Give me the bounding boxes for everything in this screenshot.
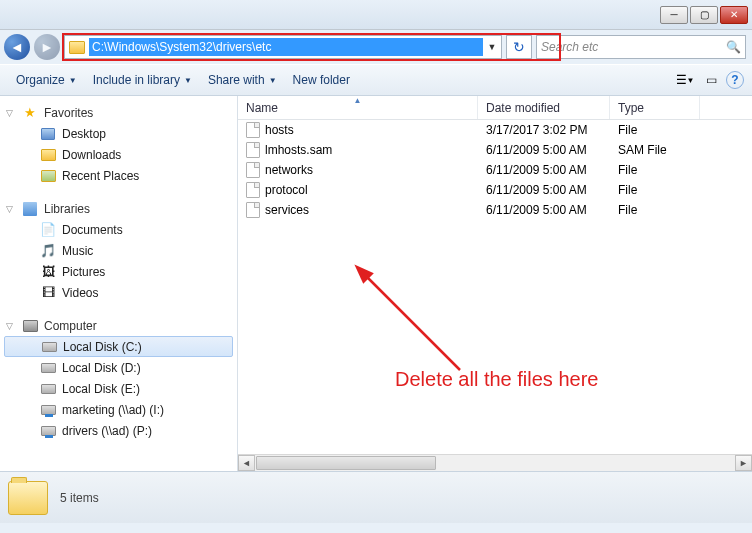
file-row[interactable]: protocol 6/11/2009 5:00 AM File	[238, 180, 752, 200]
sidebar-item-drivers[interactable]: drivers (\\ad) (P:)	[0, 420, 237, 441]
sidebar-item-music[interactable]: 🎵Music	[0, 240, 237, 261]
scroll-left-button[interactable]: ◄	[238, 455, 255, 471]
scrollbar-thumb[interactable]	[256, 456, 436, 470]
sidebar-item-documents[interactable]: 📄Documents	[0, 219, 237, 240]
search-icon: 🔍	[726, 40, 741, 54]
sidebar-item-computer[interactable]: ▽Computer	[0, 315, 237, 336]
toolbar: Organize▼ Include in library▼ Share with…	[0, 64, 752, 96]
share-with-button[interactable]: Share with▼	[200, 69, 285, 91]
address-path[interactable]: C:\Windows\System32\drivers\etc	[89, 38, 483, 56]
horizontal-scrollbar[interactable]: ◄ ►	[238, 454, 752, 471]
file-icon	[246, 142, 260, 158]
status-bar: 5 items	[0, 471, 752, 523]
file-type: SAM File	[610, 143, 700, 157]
maximize-button[interactable]: ▢	[690, 6, 718, 24]
file-date: 6/11/2009 5:00 AM	[478, 183, 610, 197]
column-header-date[interactable]: Date modified	[478, 96, 610, 119]
close-button[interactable]: ✕	[720, 6, 748, 24]
file-type: File	[610, 163, 700, 177]
sidebar-item-local-e[interactable]: Local Disk (E:)	[0, 378, 237, 399]
file-row[interactable]: services 6/11/2009 5:00 AM File	[238, 200, 752, 220]
file-name: hosts	[265, 123, 294, 137]
file-type: File	[610, 183, 700, 197]
navigation-pane: ▽★Favorites Desktop Downloads Recent Pla…	[0, 96, 238, 471]
file-row[interactable]: lmhosts.sam 6/11/2009 5:00 AM SAM File	[238, 140, 752, 160]
file-type: File	[610, 123, 700, 137]
file-icon	[246, 122, 260, 138]
main-area: ▽★Favorites Desktop Downloads Recent Pla…	[0, 96, 752, 471]
file-row[interactable]: networks 6/11/2009 5:00 AM File	[238, 160, 752, 180]
search-placeholder: Search etc	[541, 40, 598, 54]
minimize-button[interactable]: ─	[660, 6, 688, 24]
sidebar-item-videos[interactable]: 🎞Videos	[0, 282, 237, 303]
sidebar-item-favorites[interactable]: ▽★Favorites	[0, 102, 237, 123]
sidebar-item-local-c[interactable]: Local Disk (C:)	[4, 336, 233, 357]
organize-button[interactable]: Organize▼	[8, 69, 85, 91]
sidebar-item-desktop[interactable]: Desktop	[0, 123, 237, 144]
file-list-pane: Name▲ Date modified Type hosts 3/17/2017…	[238, 96, 752, 471]
folder-icon	[8, 481, 48, 515]
file-date: 6/11/2009 5:00 AM	[478, 203, 610, 217]
file-icon	[246, 162, 260, 178]
column-header-name[interactable]: Name▲	[238, 96, 478, 119]
column-header-row: Name▲ Date modified Type	[238, 96, 752, 120]
view-options-button[interactable]: ☰ ▼	[674, 70, 696, 90]
column-header-type[interactable]: Type	[610, 96, 700, 119]
file-name: networks	[265, 163, 313, 177]
file-icon	[246, 202, 260, 218]
address-bar[interactable]: C:\Windows\System32\drivers\etc ▼	[64, 35, 502, 59]
titlebar: ─ ▢ ✕	[0, 0, 752, 30]
file-date: 3/17/2017 3:02 PM	[478, 123, 610, 137]
sidebar-item-local-d[interactable]: Local Disk (D:)	[0, 357, 237, 378]
navigation-bar: ◄ ► C:\Windows\System32\drivers\etc ▼ ↻ …	[0, 30, 752, 64]
include-library-button[interactable]: Include in library▼	[85, 69, 200, 91]
search-input[interactable]: Search etc 🔍	[536, 35, 746, 59]
folder-icon	[69, 41, 85, 54]
file-row[interactable]: hosts 3/17/2017 3:02 PM File	[238, 120, 752, 140]
refresh-button[interactable]: ↻	[506, 35, 532, 59]
file-type: File	[610, 203, 700, 217]
file-name: protocol	[265, 183, 308, 197]
forward-button[interactable]: ►	[34, 34, 60, 60]
new-folder-button[interactable]: New folder	[285, 69, 358, 91]
file-date: 6/11/2009 5:00 AM	[478, 163, 610, 177]
status-text: 5 items	[60, 491, 99, 505]
address-dropdown-icon[interactable]: ▼	[483, 42, 501, 52]
preview-pane-button[interactable]: ▭	[700, 70, 722, 90]
back-button[interactable]: ◄	[4, 34, 30, 60]
sidebar-item-downloads[interactable]: Downloads	[0, 144, 237, 165]
sidebar-item-recent[interactable]: Recent Places	[0, 165, 237, 186]
file-icon	[246, 182, 260, 198]
sidebar-item-pictures[interactable]: 🖼Pictures	[0, 261, 237, 282]
sidebar-item-marketing[interactable]: marketing (\\ad) (I:)	[0, 399, 237, 420]
help-button[interactable]: ?	[726, 71, 744, 89]
file-date: 6/11/2009 5:00 AM	[478, 143, 610, 157]
sidebar-item-libraries[interactable]: ▽Libraries	[0, 198, 237, 219]
file-name: services	[265, 203, 309, 217]
file-name: lmhosts.sam	[265, 143, 332, 157]
scroll-right-button[interactable]: ►	[735, 455, 752, 471]
